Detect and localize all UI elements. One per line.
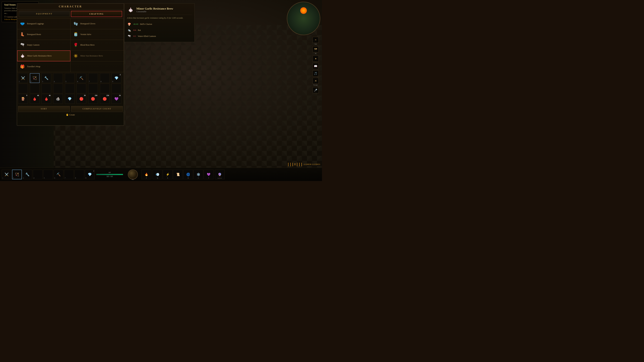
map-icon[interactable]: 🗺 (312, 46, 319, 52)
craft-item-boneguard-leggings[interactable]: 🩲 Boneguard Leggings (17, 18, 70, 29)
bag-slot-7[interactable] (88, 84, 98, 93)
hells-clarion-icon: 🍄 (127, 22, 132, 26)
detail-item-icon: 🧄 (127, 6, 134, 13)
inv-slot-9[interactable]: 💎92 (112, 73, 121, 83)
tab-crafting[interactable]: CRAFTING (71, 11, 122, 17)
bag-slot-1[interactable] (18, 84, 28, 93)
hp-fill (96, 174, 123, 175)
inv-slot-8[interactable]: 8 (100, 73, 110, 83)
craft-item-boneguard-gloves[interactable]: 🧤 Boneguard Gloves (70, 18, 124, 29)
res-slot-3[interactable]: 🩸46 (42, 94, 51, 104)
skill-slot-scroll[interactable]: 📜 (173, 170, 183, 179)
bottom-slot-8[interactable]: 8 (74, 170, 84, 179)
bag-slot-5[interactable] (65, 84, 75, 93)
craft-item-minor-sun-brew[interactable]: ☀️ Minor Sun Resistance Brew (70, 50, 124, 61)
ingredient-water-canteen: 🫗 0/1 Water-filled Canteen (127, 33, 192, 39)
hud-key-star: ✦ (312, 56, 319, 62)
rat-amount: 0/4 (133, 29, 136, 31)
star-icon[interactable]: ✦ (312, 56, 319, 62)
sort-bar: SORT COMPULSIVELY COUNT (17, 105, 124, 112)
tab-equipment[interactable]: EQUIPMENT (19, 11, 70, 17)
hotbar-grid: ⚔️1 🏹2 🔧3 4 5 ⛏️6 7 8 💎92 (18, 73, 123, 83)
bottom-slot-7[interactable]: 7 (64, 170, 74, 179)
orb-percent: 0% (132, 179, 134, 180)
gamer-guides-logo: |||↑||| (287, 162, 303, 166)
craft-item-empty-canteen[interactable]: 🫗 Empty Canteen (17, 40, 70, 50)
res-slot-8[interactable]: 🔴250 (100, 94, 110, 104)
craft-item-blood-rose-brew[interactable]: 🌹 Blood Rose Brew (70, 40, 124, 50)
mic-icon[interactable]: 🎤 (312, 87, 319, 93)
bottom-slot-4[interactable]: 4 (33, 170, 42, 179)
empty-canteen-name: Empty Canteen (27, 44, 40, 46)
inv-slot-7[interactable]: 7 (88, 73, 98, 83)
res-slot-2[interactable]: 🩸46 (30, 94, 40, 104)
inv-slot-4[interactable]: 4 (53, 73, 63, 83)
res-slot-7[interactable]: 🔴250 (88, 94, 98, 104)
skill-slot-r[interactable]: 🌀R (183, 170, 193, 179)
bag-slot-9[interactable] (112, 84, 121, 93)
bottom-slot-5[interactable]: 5 (43, 170, 53, 179)
skill-slot-f[interactable]: 🔥F (142, 170, 151, 179)
tab-icon[interactable]: ≡ (312, 37, 319, 43)
minimap[interactable] (287, 2, 320, 35)
inv-slot-3[interactable]: 🔧3 (42, 73, 51, 83)
bag-slot-3[interactable] (42, 84, 51, 93)
hud-key-music: 🎵 (312, 70, 319, 76)
boneguard-boots-name: Boneguard Boots (27, 33, 41, 36)
boneguard-gloves-icon: 🧤 (72, 20, 79, 27)
skill-slot-c[interactable]: ❄️C (194, 170, 203, 179)
skill-slots: 💨Q ⚡E 📜 🌀R ❄️C 💜T (152, 170, 214, 179)
escape-icon[interactable]: ✕ (312, 78, 319, 84)
bottom-slot-1[interactable]: ⚔️1 (2, 170, 12, 179)
detail-divider (127, 14, 192, 15)
craft-item-travellers-wrap[interactable]: 🎁 Traveller's Wrap (17, 61, 70, 72)
craft-item-vermin-salve[interactable]: 🫙 Vermin Salve (70, 29, 124, 40)
book-icon[interactable]: 📖 (312, 63, 319, 69)
bottom-slot-9[interactable]: 💎92 (85, 170, 94, 179)
res-slot-1[interactable]: 🪵9 (18, 94, 28, 104)
create-button[interactable]: 🖐 Create (66, 113, 75, 116)
res-slot-6[interactable]: 🔴39 (76, 94, 86, 104)
water-canteen-icon: 🫗 (127, 34, 132, 38)
bottom-slot-3[interactable]: 🔧3 (22, 170, 32, 179)
bottom-slot-2[interactable]: 🏹2 (12, 170, 22, 179)
minor-sun-brew-icon: ☀️ (72, 53, 79, 59)
water-canteen-amount: 0/1 (133, 35, 136, 37)
boneguard-leggings-icon: 🩲 (19, 20, 26, 27)
skill-slot-q[interactable]: 💨Q (152, 170, 162, 179)
item-detail-panel: 🧄 Minor Garlic Resistance Brew Consumabl… (124, 3, 194, 42)
hp-text: 325 / 325 (106, 175, 113, 177)
craft-item-boneguard-boots[interactable]: 👢 Boneguard Boots (17, 29, 70, 40)
res-slot-9[interactable]: 💜16 (112, 94, 121, 104)
skill-slot-leftctrl[interactable]: 🔮Left Ctrl (215, 170, 224, 179)
bag-slot-6[interactable] (76, 84, 86, 93)
bag-slot-4[interactable] (53, 84, 63, 93)
skill-slot-t[interactable]: 💜T (204, 170, 214, 179)
compulsively-count-button[interactable]: COMPULSIVELY COUNT (71, 106, 123, 112)
inv-slot-1[interactable]: ⚔️1 (18, 73, 28, 83)
sort-button[interactable]: SORT (18, 106, 70, 112)
skill-slot-e[interactable]: ⚡E (163, 170, 172, 179)
res-slot-5[interactable]: 💎 (65, 94, 75, 104)
tab-bar: EQUIPMENT CRAFTING (17, 9, 124, 18)
rat-name: Rat (138, 29, 141, 31)
inv-slot-2[interactable]: 🏹2 (30, 73, 40, 83)
inv-slot-6[interactable]: ⛏️6 (76, 73, 86, 83)
detail-item-name: Minor Garlic Resistance Brew (136, 7, 173, 10)
bag-slot-8[interactable] (100, 84, 110, 93)
gamer-guides-text: GAMER GUIDES (304, 163, 320, 165)
detail-item-type: Consumable (136, 10, 173, 13)
bag-slot-2[interactable] (30, 84, 40, 93)
tab-label: Tab (314, 43, 317, 45)
blood-rose-brew-icon: 🌹 (72, 42, 79, 48)
inv-slot-5[interactable]: 5 (65, 73, 75, 83)
music-icon[interactable]: 🎵 (312, 70, 319, 76)
boneguard-leggings-name: Boneguard Leggings (27, 22, 44, 25)
hells-clarion-name: Hell's Clarion (140, 23, 152, 25)
bottom-slot-6[interactable]: ⛏️6 (54, 170, 64, 179)
hells-clarion-amount: 46/40 (133, 23, 138, 25)
minor-garlic-brew-name: Minor Garlic Resistance Brew (27, 55, 52, 57)
res-slot-4[interactable]: 🪨 (53, 94, 63, 104)
inventory-area: ⚔️1 🏹2 🔧3 4 5 ⛏️6 7 8 💎92 🪵9 🩸46 🩸4 (17, 72, 124, 105)
craft-item-minor-garlic-brew[interactable]: 🧄 Minor Garlic Resistance Brew (17, 50, 70, 61)
